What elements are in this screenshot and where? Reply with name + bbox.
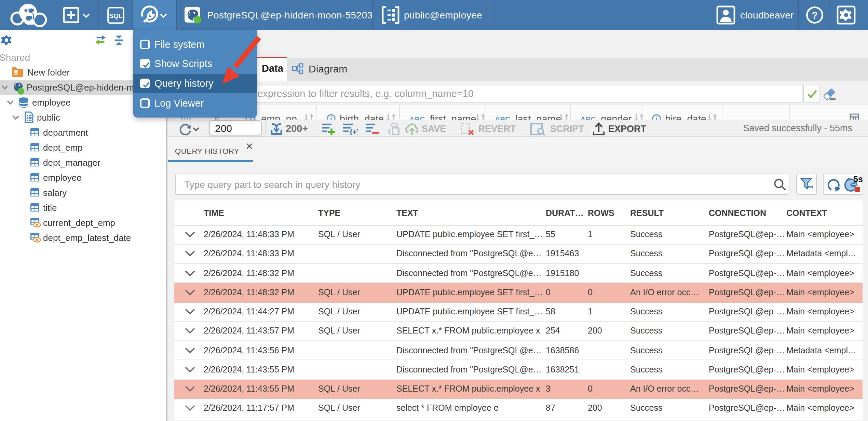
svg-text:?: ? <box>812 10 818 21</box>
svg-text:5s: 5s <box>853 174 863 184</box>
svg-text:(+): (+) <box>350 127 358 135</box>
svg-text:SQL: SQL <box>109 12 122 19</box>
